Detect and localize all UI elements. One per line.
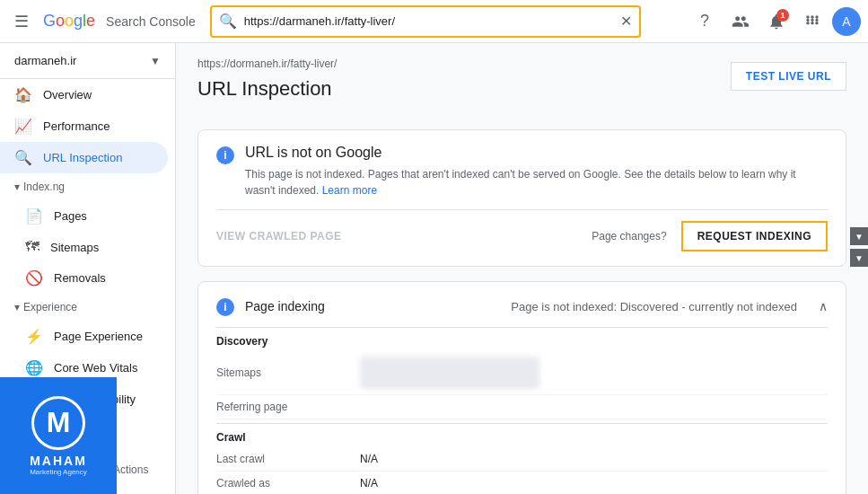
sidebar-label-removals: Removals xyxy=(54,271,106,285)
status-actions: VIEW CRAWLED PAGE Page changes? REQUEST … xyxy=(216,209,828,251)
scroll-arrows: ▼ ▼ xyxy=(850,227,868,267)
page-experience-icon: ⚡ xyxy=(25,328,43,345)
property-name: darmaneh.ir xyxy=(14,54,76,67)
sidebar-item-page-experience[interactable]: ⚡ Page Experience xyxy=(0,321,168,352)
watermark-brand: MAHAM xyxy=(30,454,87,468)
referring-page-row: Referring page xyxy=(216,395,828,419)
logo-e: e xyxy=(86,12,95,31)
sitemaps-value-blurred xyxy=(360,357,539,389)
logo-g2: g xyxy=(74,12,83,31)
notifications-icon-button[interactable]: 1 xyxy=(760,5,793,38)
header-right: ? 1 A xyxy=(688,5,861,38)
search-icon: 🔍 xyxy=(219,13,237,30)
google-logo: G o o g l e xyxy=(43,12,95,31)
users-icon xyxy=(732,13,750,31)
experience-expand-icon: ▾ xyxy=(14,301,20,313)
last-crawl-row: Last crawl N/A xyxy=(216,447,828,472)
test-live-url-button[interactable]: TEST LIVE URL xyxy=(731,62,846,91)
sidebar-label-core-web-vitals: Core Web Vitals xyxy=(54,361,137,375)
watermark: M MAHAM Marketing Agency xyxy=(0,377,117,494)
overview-icon: 🏠 xyxy=(14,86,32,103)
collapse-button[interactable]: ∧ xyxy=(819,299,828,313)
watermark-sub: Marketing Agency xyxy=(30,468,87,476)
indexing-section-status: Page is not indexed: Discovered - curren… xyxy=(511,300,797,313)
sidebar-item-url-inspection[interactable]: 🔍 URL Inspection xyxy=(0,142,168,173)
view-crawled-button[interactable]: VIEW CRAWLED PAGE xyxy=(216,230,342,243)
search-bar: 🔍 ✕ xyxy=(210,5,641,38)
page-title: URL Inspection xyxy=(197,77,332,101)
logo-g: G xyxy=(43,12,56,31)
indexing-expand-icon: ▾ xyxy=(14,181,20,193)
indexing-header: i Page indexing Page is not indexed: Dis… xyxy=(216,296,828,316)
watermark-circle: M xyxy=(31,396,85,450)
sidebar-item-removals[interactable]: 🚫 Removals xyxy=(0,262,168,294)
learn-more-link[interactable]: Learn more xyxy=(322,184,377,197)
logo-o2: o xyxy=(65,12,74,31)
indexing-section-label: Index.ng xyxy=(23,181,65,193)
url-inspection-icon: 🔍 xyxy=(14,149,32,166)
scroll-down-arrow[interactable]: ▼ xyxy=(850,249,868,267)
discovery-section-label: Discovery xyxy=(216,327,828,351)
hamburger-icon[interactable]: ☰ xyxy=(7,4,36,39)
info-icon: i xyxy=(216,146,234,164)
sidebar-label-page-experience: Page Experience xyxy=(54,330,143,343)
sidebar-item-performance[interactable]: 📈 Performance xyxy=(0,110,168,142)
experience-section-label: Experience xyxy=(23,301,77,313)
sidebar-label-performance: Performance xyxy=(43,119,110,133)
page-changes-text: Page changes? xyxy=(592,230,666,243)
header-left: ☰ G o o g l e Search Console xyxy=(7,4,196,39)
sidebar-section-experience[interactable]: ▾ Experience xyxy=(0,294,175,321)
sitemaps-label: Sitemaps xyxy=(216,366,360,379)
sitemaps-row: Sitemaps xyxy=(216,351,828,395)
indexing-details: Discovery Sitemaps Referring page Crawl … xyxy=(216,327,828,494)
sidebar-item-overview[interactable]: 🏠 Overview xyxy=(0,79,168,110)
users-icon-button[interactable] xyxy=(724,5,757,38)
indexing-card: i Page indexing Page is not indexed: Dis… xyxy=(197,281,846,494)
url-search-input[interactable] xyxy=(244,14,620,28)
status-card: i URL is not on Google This page is not … xyxy=(197,129,846,267)
search-bar-container: 🔍 ✕ xyxy=(210,5,641,38)
notification-badge: 1 xyxy=(776,9,789,22)
request-indexing-button[interactable]: REQUEST INDEXING xyxy=(681,221,828,251)
sidebar-label-sitemaps: Sitemaps xyxy=(50,241,99,254)
scroll-up-arrow[interactable]: ▼ xyxy=(850,227,868,245)
core-web-vitals-icon: 🌐 xyxy=(25,359,43,376)
status-header: i URL is not on Google This page is not … xyxy=(216,145,828,198)
sidebar-item-sitemaps[interactable]: 🗺 Sitemaps xyxy=(0,232,168,262)
avatar[interactable]: A xyxy=(832,7,861,36)
help-icon-button[interactable]: ? xyxy=(688,5,721,38)
property-selector[interactable]: darmaneh.ir ▼ xyxy=(0,43,175,79)
crawl-section-label: Crawl xyxy=(216,423,828,447)
clear-icon[interactable]: ✕ xyxy=(620,13,632,30)
status-content: URL is not on Google This page is not in… xyxy=(245,145,828,198)
performance-icon: 📈 xyxy=(14,118,32,135)
logo-o1: o xyxy=(56,12,65,31)
last-crawl-label: Last crawl xyxy=(216,453,360,465)
sidebar-label-pages: Pages xyxy=(54,209,87,223)
status-description: This page is not indexed. Pages that are… xyxy=(245,166,828,198)
crawled-as-value: N/A xyxy=(360,477,378,490)
crawled-as-label: Crawled as xyxy=(216,477,360,490)
right-actions: Page changes? REQUEST INDEXING xyxy=(592,221,828,251)
sidebar-label-overview: Overview xyxy=(43,88,92,101)
last-crawl-value: N/A xyxy=(360,453,378,465)
header: ☰ G o o g l e Search Console 🔍 ✕ ? 1 xyxy=(0,0,868,43)
status-title: URL is not on Google xyxy=(245,145,828,161)
pages-icon: 📄 xyxy=(25,207,43,225)
grid-icon-button[interactable] xyxy=(796,5,829,38)
main-content: https://dormaneh.ir/fatty-liver/ URL Ins… xyxy=(176,43,868,494)
crawled-as-row: Crawled as N/A xyxy=(216,472,828,494)
help-icon: ? xyxy=(700,12,709,31)
sidebar-item-pages[interactable]: 📄 Pages xyxy=(0,200,168,232)
indexing-info-icon: i xyxy=(216,298,234,316)
layout: darmaneh.ir ▼ 🏠 Overview 📈 Performance 🔍… xyxy=(0,43,868,494)
sidebar-section-indexing[interactable]: ▾ Index.ng xyxy=(0,173,175,200)
dropdown-arrow: ▼ xyxy=(150,55,161,67)
sidebar-label-url-inspection: URL Inspection xyxy=(43,151,122,164)
grid-icon xyxy=(803,13,821,31)
sitemaps-icon: 🗺 xyxy=(25,239,39,255)
app-name: Search Console xyxy=(106,14,196,29)
referring-page-label: Referring page xyxy=(216,401,360,413)
removals-icon: 🚫 xyxy=(25,269,43,287)
indexing-section-title: Page indexing xyxy=(245,299,325,313)
